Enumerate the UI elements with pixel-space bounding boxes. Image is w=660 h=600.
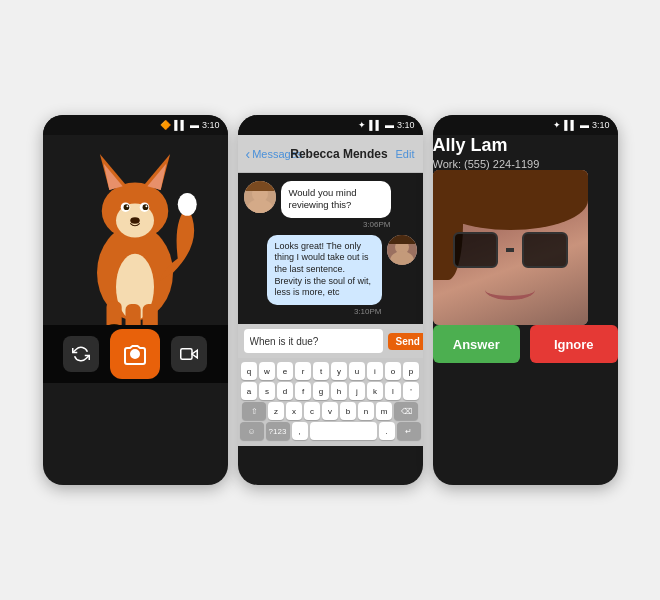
key-i[interactable]: i — [367, 362, 383, 380]
svg-rect-24 — [181, 349, 192, 360]
status-icons-3: ✦ ▌▌ ▬ 3:10 — [553, 120, 609, 130]
keyboard-row-2: a s d f g h j k l ' — [240, 382, 421, 400]
caller-work-number: Work: (555) 224-1199 — [433, 158, 618, 170]
svg-point-10 — [124, 204, 130, 210]
key-k[interactable]: k — [367, 382, 383, 400]
back-chevron-icon: ‹ — [246, 146, 251, 162]
svg-marker-23 — [192, 350, 197, 358]
phone-camera: 🔶 ▌▌ ▬ 3:10 — [43, 115, 228, 485]
caller-face — [433, 170, 588, 325]
wifi-icon-2: ✦ — [358, 120, 366, 130]
key-w[interactable]: w — [259, 362, 275, 380]
incoming-message-content: Would you mind reviewing this? — [289, 187, 357, 210]
key-z[interactable]: z — [268, 402, 284, 420]
message-text-outgoing: Looks great! The only thing I would take… — [267, 235, 382, 305]
time-display-3: 3:10 — [592, 120, 610, 130]
svg-rect-32 — [387, 235, 417, 244]
message-input[interactable] — [244, 329, 383, 353]
sender-avatar — [244, 181, 276, 213]
key-period[interactable]: . — [379, 422, 395, 440]
mouth — [485, 280, 535, 300]
lens-left — [453, 232, 499, 268]
battery-icon: ▬ — [190, 120, 199, 130]
status-bar-2: ✦ ▌▌ ▬ 3:10 — [238, 115, 423, 135]
key-a[interactable]: a — [241, 382, 257, 400]
key-v[interactable]: v — [322, 402, 338, 420]
send-button[interactable]: Send — [388, 333, 423, 350]
time-display-2: 3:10 — [397, 120, 415, 130]
edit-button[interactable]: Edit — [396, 148, 415, 160]
caller-info: Ally Lam Work: (555) 224-1199 — [433, 135, 618, 170]
backspace-key[interactable]: ⌫ — [394, 402, 418, 420]
battery-icon-2: ▬ — [385, 120, 394, 130]
key-comma[interactable]: , — [292, 422, 308, 440]
key-u[interactable]: u — [349, 362, 365, 380]
shift-key[interactable]: ⇧ — [242, 402, 266, 420]
outgoing-message-time: 3:10PM — [354, 307, 382, 316]
key-apostrophe[interactable]: ' — [403, 382, 419, 400]
conversation-title: Rebecca Mendes — [282, 147, 395, 161]
key-g[interactable]: g — [313, 382, 329, 400]
call-screen: Ally Lam Work: (555) 224-1199 — [433, 135, 618, 485]
glasses — [453, 230, 568, 270]
flip-camera-button[interactable] — [63, 336, 99, 372]
key-c[interactable]: c — [304, 402, 320, 420]
lens-right — [522, 232, 568, 268]
svg-point-22 — [131, 350, 139, 358]
video-button[interactable] — [171, 336, 207, 372]
key-f[interactable]: f — [295, 382, 311, 400]
key-s[interactable]: s — [259, 382, 275, 400]
message-incoming: Would you mind reviewing this? 3:06PM — [244, 181, 417, 229]
status-icons-2: ✦ ▌▌ ▬ 3:10 — [358, 120, 414, 130]
svg-rect-15 — [107, 301, 122, 325]
key-p[interactable]: p — [403, 362, 419, 380]
answer-button[interactable]: Answer — [433, 325, 521, 363]
messages-header: ‹ Messages Rebecca Mendes Edit — [238, 135, 423, 173]
svg-rect-16 — [126, 304, 141, 325]
messages-screen: ‹ Messages Rebecca Mendes Edit — [238, 135, 423, 485]
key-h[interactable]: h — [331, 382, 347, 400]
key-l[interactable]: l — [385, 382, 401, 400]
key-y[interactable]: y — [331, 362, 347, 380]
key-n[interactable]: n — [358, 402, 374, 420]
keyboard-row-1: q w e r t y u i o p — [240, 362, 421, 380]
message-outgoing: Looks great! The only thing I would take… — [244, 235, 417, 316]
svg-point-12 — [126, 205, 128, 207]
incoming-message-time: 3:06PM — [281, 220, 391, 229]
return-key[interactable]: ↵ — [397, 422, 421, 440]
status-icons-1: 🔶 ▌▌ ▬ 3:10 — [160, 120, 219, 130]
caller-photo — [433, 170, 588, 325]
numbers-key[interactable]: ?123 — [266, 422, 290, 440]
ignore-button[interactable]: Ignore — [530, 325, 618, 363]
key-m[interactable]: m — [376, 402, 392, 420]
phone-call: ✦ ▌▌ ▬ 3:10 Ally Lam Work: (555) 224-119… — [433, 115, 618, 485]
glasses-bridge — [506, 248, 514, 252]
key-j[interactable]: j — [349, 382, 365, 400]
shutter-button[interactable] — [110, 329, 160, 379]
key-r[interactable]: r — [295, 362, 311, 380]
keyboard-row-4: ☺ ?123 , . ↵ — [240, 422, 421, 440]
key-x[interactable]: x — [286, 402, 302, 420]
status-bar-3: ✦ ▌▌ ▬ 3:10 — [433, 115, 618, 135]
messages-body: Would you mind reviewing this? 3:06PM Lo… — [238, 173, 423, 324]
keyboard-row-3: ⇧ z x c v b n m ⌫ — [240, 402, 421, 420]
svg-point-11 — [143, 204, 149, 210]
signal-icon: ▌▌ — [174, 120, 187, 130]
camera-screen — [43, 135, 228, 485]
own-avatar — [387, 235, 417, 265]
svg-rect-28 — [244, 181, 276, 191]
svg-point-14 — [130, 217, 140, 224]
caller-name: Ally Lam — [433, 135, 618, 156]
key-o[interactable]: o — [385, 362, 401, 380]
emoji-key[interactable]: ☺ — [240, 422, 264, 440]
key-b[interactable]: b — [340, 402, 356, 420]
message-text-incoming: Would you mind reviewing this? — [281, 181, 391, 218]
key-d[interactable]: d — [277, 382, 293, 400]
phone-messages: ✦ ▌▌ ▬ 3:10 ‹ Messages Rebecca Mendes Ed… — [238, 115, 423, 485]
key-e[interactable]: e — [277, 362, 293, 380]
signal-icon-2: ▌▌ — [369, 120, 382, 130]
key-q[interactable]: q — [241, 362, 257, 380]
space-key[interactable] — [310, 422, 377, 440]
key-t[interactable]: t — [313, 362, 329, 380]
wifi-icon: 🔶 — [160, 120, 171, 130]
